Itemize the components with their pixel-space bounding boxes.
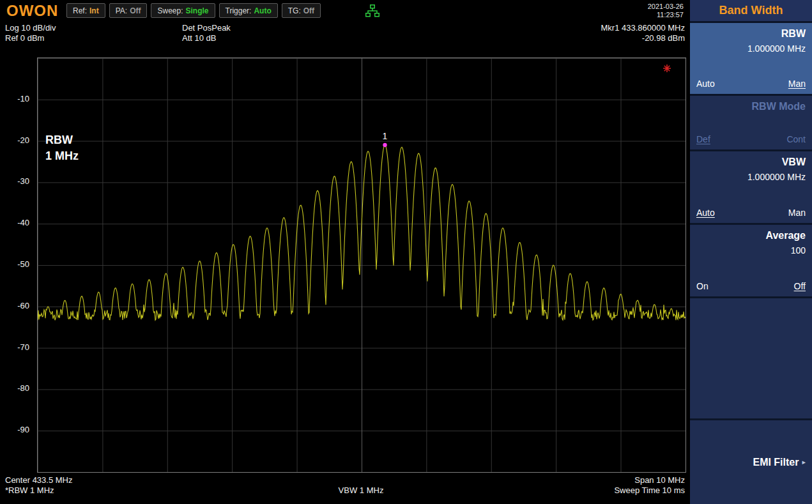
emi-filter-softkey[interactable]: EMI Filter ▸ [690,420,812,504]
span-text: Span 10 MHz [634,475,685,485]
emi-filter-title: EMI Filter [753,457,799,468]
rbw-mode-softkey-title: RBW Mode [696,101,806,112]
y-tick-label: -10 [1,94,29,103]
tg-value: Off [303,6,314,15]
bottom-annotation-row1: Center 433.5 MHz Span 10 MHz [0,475,690,485]
y-tick-label: -50 [1,259,29,269]
vbw-softkey-value: 1.000000 MHz [696,172,806,182]
rbw-mode-def-option[interactable]: Def [696,134,710,144]
spectrum-trace-svg: 1 [38,58,686,472]
y-tick-label: -90 [1,425,29,434]
lan-icon [365,4,379,17]
sweep-time-text: Sweep Time 10 ms [614,485,685,495]
status-button-pa[interactable]: PA:Off [109,3,148,18]
marker-level-text: -20.98 dBm [601,33,685,43]
vbw-text: VBW 1 MHz [37,485,685,495]
detector-readout: Det PosPeak Att 10 dB [182,23,231,43]
pa-label: PA: [116,6,127,15]
ref-value: Int [89,6,99,15]
marker-freq-text: Mkr1 433.860000 MHz [601,23,685,33]
vbw-auto-option[interactable]: Auto [696,208,715,218]
average-softkey-value: 100 [696,245,806,256]
time-text: 11:23:57 [648,11,684,19]
y-tick-label: -80 [1,383,29,393]
vbw-man-option[interactable]: Man [788,208,806,218]
y-tick-label: -40 [1,218,29,227]
empty-softkey-area [690,298,812,418]
rbw-mode-softkey[interactable]: RBW Mode Def Cont [690,96,812,149]
marker-readout: Mkr1 433.860000 MHz -20.98 dBm [601,23,685,43]
graticule-plot[interactable]: 1 RBW 1 MHz [37,57,686,473]
y-axis-labels: -10-20-30-40-50-60-70-80-90 [0,21,33,504]
softkey-menu: Band Width RBW 1.000000 MHz Auto Man RBW… [690,0,812,504]
vbw-softkey-title: VBW [696,157,806,168]
sweep-value: Single [186,6,209,15]
average-softkey[interactable]: Average 100 On Off [690,225,812,296]
rbw-mode-cont-option[interactable]: Cont [786,134,806,144]
rbw-softkey-value: 1.000000 MHz [696,43,806,54]
attenuation-text: Att 10 dB [182,33,231,43]
average-softkey-title: Average [696,230,806,241]
status-button-tg[interactable]: TG:Off [282,3,321,18]
rbw-softkey-title: RBW [696,28,806,40]
owon-logo: OWON [0,2,66,20]
y-tick-label: -70 [1,342,29,352]
rbw-man-option[interactable]: Man [788,79,806,89]
tg-label: TG: [288,6,301,15]
rbw-auto-option[interactable]: Auto [696,79,715,89]
bottom-annotation-row2: *RBW 1 MHz VBW 1 MHz Sweep Time 10 ms [0,485,690,496]
menu-title: Band Width [690,0,812,21]
trigger-label: Trigger: [226,6,252,15]
date-text: 2021-03-26 [648,3,684,11]
ref-label: Ref: [73,6,87,15]
rbw-overlay-line2: 1 MHz [45,148,79,164]
sweep-label: Sweep: [157,6,183,15]
marker-label: 1 [383,131,388,141]
red-asterisk-icon [663,64,671,73]
average-on-option[interactable]: On [696,281,709,291]
status-button-row: Ref:IntPA:OffSweep:SingleTrigger:AutoTG:… [66,3,321,18]
rbw-softkey[interactable]: RBW 1.000000 MHz Auto Man [690,23,812,94]
spectrum-display-area: Log 10 dB/div Ref 0 dBm Det PosPeak Att … [0,21,690,504]
trigger-value: Auto [254,6,271,15]
submenu-arrow-icon: ▸ [802,458,806,466]
average-off-option[interactable]: Off [794,281,806,291]
y-tick-label: -20 [1,135,29,145]
pa-value: Off [130,6,141,15]
status-button-trigger[interactable]: Trigger:Auto [219,3,278,18]
top-status-bar: OWON Ref:IntPA:OffSweep:SingleTrigger:Au… [0,0,690,21]
detector-text: Det PosPeak [182,23,231,33]
marker-dot[interactable] [383,143,387,147]
vbw-softkey[interactable]: VBW 1.000000 MHz Auto Man [690,151,812,223]
y-tick-label: -60 [1,301,29,310]
y-tick-label: -30 [1,176,29,186]
spectrum-trace [38,145,686,320]
rbw-overlay: RBW 1 MHz [45,132,79,164]
datetime-display: 2021-03-26 11:23:57 [648,3,690,19]
center-frequency-text: Center 433.5 MHz [5,475,73,485]
status-button-sweep[interactable]: Sweep:Single [151,3,215,18]
rbw-overlay-line1: RBW [45,132,79,148]
status-button-ref[interactable]: Ref:Int [66,3,105,18]
